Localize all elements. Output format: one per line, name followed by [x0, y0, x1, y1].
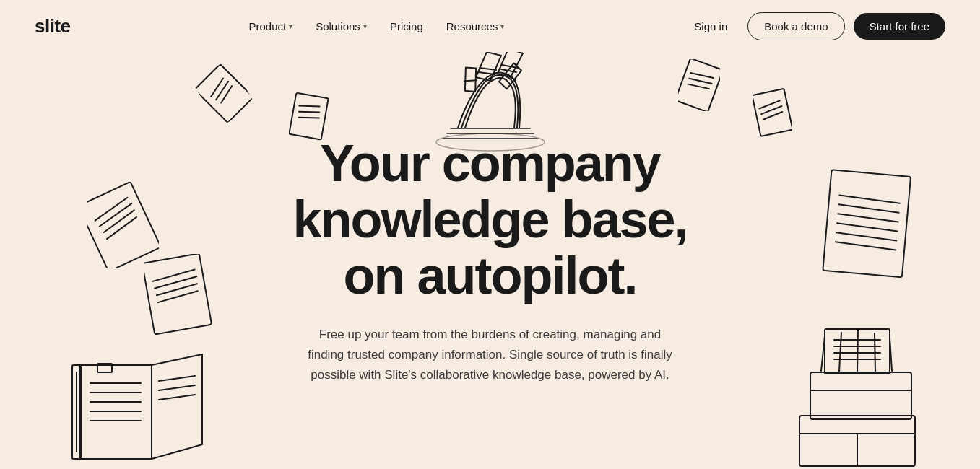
svg-line-53	[836, 232, 897, 240]
svg-line-17	[299, 115, 319, 121]
chevron-down-icon: ▾	[289, 22, 292, 30]
floating-paper-right	[821, 167, 915, 286]
floating-paper-top-right-1	[678, 59, 720, 114]
svg-line-50	[838, 204, 899, 212]
svg-line-42	[159, 376, 195, 381]
hero-title: Your company knowledge base, on autopilo…	[292, 136, 687, 304]
stacked-boxes-illustration-right	[785, 315, 937, 469]
svg-rect-48	[823, 170, 911, 277]
hero-subtitle: Free up your team from the burdens of cr…	[303, 325, 678, 385]
svg-line-62	[857, 329, 858, 372]
svg-line-49	[839, 195, 900, 203]
svg-line-32	[152, 270, 195, 281]
svg-line-44	[159, 395, 195, 400]
svg-rect-10	[194, 64, 253, 123]
nav-item-product[interactable]: Product ▾	[248, 20, 292, 32]
nav-link-product[interactable]: Product ▾	[248, 20, 292, 32]
svg-line-15	[299, 103, 319, 110]
chevron-down-icon: ▾	[500, 22, 504, 30]
chevron-down-icon: ▾	[363, 22, 367, 30]
svg-line-54	[835, 242, 896, 250]
svg-line-4	[480, 68, 496, 70]
nav-item-pricing[interactable]: Pricing	[390, 20, 423, 32]
floating-paper-top-left-1	[202, 66, 246, 123]
svg-rect-31	[144, 254, 212, 335]
binder-illustration-left	[58, 329, 231, 469]
book-demo-button[interactable]: Book a demo	[747, 12, 844, 40]
hero-section: Your company knowledge base, on autopilo…	[0, 52, 980, 469]
svg-line-51	[838, 214, 898, 222]
navbar: slite Product ▾ Solutions ▾ Pricing Reso…	[0, 0, 980, 52]
svg-line-43	[159, 385, 195, 390]
sign-in-link[interactable]: Sign in	[682, 14, 739, 38]
nav-item-solutions[interactable]: Solutions ▾	[316, 20, 367, 32]
svg-line-8	[464, 77, 477, 84]
logo[interactable]: slite	[35, 15, 71, 38]
svg-line-33	[154, 276, 197, 288]
nav-link-solutions[interactable]: Solutions ▾	[316, 20, 367, 32]
floating-paper-mid-left-2	[144, 254, 213, 340]
svg-rect-14	[289, 93, 328, 140]
svg-line-5	[479, 72, 495, 74]
nav-actions: Sign in Book a demo Start for free	[682, 12, 945, 40]
svg-rect-18	[678, 59, 720, 111]
start-free-button[interactable]: Start for free	[854, 13, 945, 40]
svg-line-16	[299, 109, 319, 115]
nav-item-resources[interactable]: Resources ▾	[446, 20, 505, 32]
svg-rect-22	[753, 89, 792, 136]
nav-links: Product ▾ Solutions ▾ Pricing Resources …	[248, 20, 504, 32]
svg-line-13	[218, 86, 235, 102]
svg-line-52	[837, 223, 898, 231]
nav-link-pricing[interactable]: Pricing	[390, 20, 423, 32]
svg-rect-58	[810, 372, 911, 419]
nav-link-resources[interactable]: Resources ▾	[446, 20, 505, 32]
floating-paper-top-right-2	[753, 88, 792, 140]
